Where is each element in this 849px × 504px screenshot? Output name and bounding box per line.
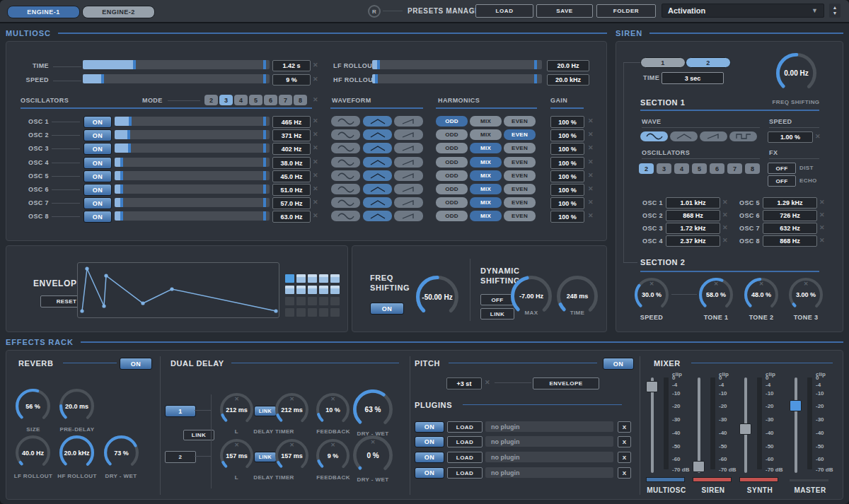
grid-cell[interactable] — [330, 274, 340, 283]
harmonic-odd-button[interactable]: ODD — [436, 143, 468, 153]
fader-track[interactable] — [795, 377, 797, 473]
triangle-wave-button[interactable] — [363, 170, 392, 181]
close-icon[interactable]: ✕ — [722, 211, 728, 218]
delay-link-button[interactable]: LINK — [183, 430, 214, 440]
saw-wave-button[interactable] — [394, 184, 423, 194]
dynamic-off-button[interactable]: OFF — [480, 294, 514, 305]
osc-on-button[interactable]: ON — [83, 211, 112, 223]
siren-osc-8-button[interactable]: 8 — [745, 163, 760, 174]
grid-cell[interactable] — [330, 308, 340, 317]
close-icon[interactable]: ✕ — [819, 237, 825, 244]
harmonic-mix-button[interactable]: MIX — [470, 197, 502, 208]
harmonic-odd-button[interactable]: ODD — [436, 116, 468, 127]
close-icon[interactable]: ✕ — [588, 117, 594, 124]
close-icon[interactable]: ✕ — [313, 172, 318, 179]
close-icon[interactable]: ✕ — [722, 199, 728, 206]
lf-rollout-value[interactable]: 20.0 Hz — [547, 60, 589, 71]
pitch-on-button[interactable]: ON — [603, 358, 634, 370]
close-icon[interactable]: ✕ — [588, 185, 594, 192]
osc-gain-value[interactable]: 100 % — [550, 143, 584, 155]
harmonic-even-button[interactable]: EVEN — [504, 211, 536, 221]
osc-freq-value[interactable]: 63.0 Hz — [272, 211, 311, 223]
siren-tab-1[interactable]: 1 — [640, 57, 686, 68]
plugin-slot-field[interactable]: no plugin — [485, 467, 613, 478]
harmonic-mix-button[interactable]: MIX — [470, 184, 502, 194]
harmonic-even-button[interactable]: EVEN — [504, 116, 536, 127]
grid-cell[interactable] — [285, 297, 294, 305]
delay-1-dry-wet-knob[interactable]: 63 % — [353, 389, 393, 429]
preset-stepper[interactable]: ▲ ▼ — [829, 4, 841, 18]
reverb-size-knob[interactable]: 56 % — [16, 389, 50, 423]
mode-3-button[interactable]: 3 — [219, 95, 233, 105]
siren-osc-value[interactable]: 1.29 kHz — [763, 197, 817, 209]
tone-2-knob[interactable]: 48.0 %✕ — [744, 278, 778, 312]
delay-1-feedback-knob[interactable]: 10 %✕ — [316, 393, 350, 426]
sine-wave-button[interactable] — [331, 170, 360, 181]
osc-on-button[interactable]: ON — [83, 116, 112, 128]
osc-on-button[interactable]: ON — [83, 197, 112, 209]
grid-cell[interactable] — [319, 274, 328, 283]
save-button[interactable]: SAVE — [536, 4, 593, 18]
osc-freq-slider[interactable] — [115, 130, 270, 139]
close-icon[interactable]: ✕ — [313, 212, 318, 219]
triangle-wave-button[interactable] — [363, 129, 392, 140]
hf-rollout-slider[interactable] — [372, 74, 542, 83]
harmonic-odd-button[interactable]: ODD — [436, 184, 468, 194]
harmonic-mix-button[interactable]: MIX — [470, 157, 502, 168]
osc-gain-value[interactable]: 100 % — [550, 211, 584, 223]
grid-cell[interactable] — [319, 308, 328, 317]
osc-freq-value[interactable]: 57.0 Hz — [272, 197, 311, 209]
siren-osc-value[interactable]: 1.01 kHz — [666, 197, 720, 209]
close-icon[interactable]: ✕ — [588, 158, 594, 165]
grid-cell[interactable] — [296, 308, 306, 317]
siren-osc-value[interactable]: 868 Hz — [763, 235, 817, 247]
mode-8-button[interactable]: 8 — [294, 95, 307, 105]
grid-cell[interactable] — [319, 297, 328, 305]
sine-wave-button[interactable] — [640, 131, 668, 141]
delay-line-1-button[interactable]: 1 — [165, 405, 196, 417]
envelope-step-grid[interactable] — [285, 274, 340, 317]
dynamic-link-button[interactable]: LINK — [480, 308, 514, 320]
close-icon[interactable]: ✕ — [588, 144, 594, 151]
speed-value[interactable]: 9 % — [272, 74, 311, 86]
close-icon[interactable]: ✕ — [313, 199, 318, 206]
triangle-wave-button[interactable] — [670, 131, 698, 141]
saw-wave-button[interactable] — [394, 116, 423, 127]
grid-cell[interactable] — [308, 274, 317, 283]
close-icon[interactable]: ✕ — [819, 224, 825, 231]
osc-freq-slider[interactable] — [115, 143, 270, 153]
siren-osc-7-button[interactable]: 7 — [727, 163, 742, 174]
close-icon[interactable]: ✕ — [313, 131, 318, 138]
harmonic-even-button[interactable]: EVEN — [504, 170, 536, 181]
reverb-hf-rollout-knob[interactable]: 20.0 kHz — [59, 435, 94, 470]
saw-wave-button[interactable] — [394, 170, 423, 181]
siren-freq-shifting-knob[interactable]: 0.00 Hz — [776, 53, 816, 93]
osc-freq-slider[interactable] — [115, 198, 270, 207]
envelope-graph[interactable] — [77, 262, 279, 318]
siren-osc-value[interactable]: 726 Hz — [763, 210, 817, 221]
plugin-load-button[interactable]: LOAD — [447, 436, 483, 447]
saw-wave-button[interactable] — [394, 129, 423, 140]
siren-osc-value[interactable]: 1.72 kHz — [666, 223, 720, 234]
grid-cell[interactable] — [285, 274, 294, 283]
osc-gain-value[interactable]: 100 % — [550, 116, 584, 128]
tab-engine-1[interactable]: ENGINE-1 — [7, 6, 80, 18]
close-icon[interactable]: ✕ — [313, 185, 318, 192]
plugin-on-button[interactable]: ON — [415, 452, 444, 463]
spin-down-icon[interactable]: ▼ — [833, 11, 838, 16]
osc-freq-slider[interactable] — [115, 171, 270, 180]
tone-1-knob[interactable]: 58.0 %✕ — [699, 278, 733, 312]
grid-cell[interactable] — [296, 286, 306, 294]
harmonic-even-button[interactable]: EVEN — [504, 129, 536, 140]
sine-wave-button[interactable] — [331, 184, 360, 194]
fader-handle[interactable] — [790, 400, 802, 411]
sine-wave-button[interactable] — [331, 129, 360, 140]
close-icon[interactable]: ✕ — [722, 224, 728, 231]
osc-on-button[interactable]: ON — [83, 129, 112, 141]
sine-wave-button[interactable] — [331, 211, 360, 221]
sine-wave-button[interactable] — [331, 143, 360, 153]
dist-off-button[interactable]: OFF — [768, 163, 796, 174]
delay-1-link-button[interactable]: LINK — [254, 406, 277, 416]
grid-cell[interactable] — [308, 308, 317, 317]
harmonic-mix-button[interactable]: MIX — [470, 211, 502, 221]
